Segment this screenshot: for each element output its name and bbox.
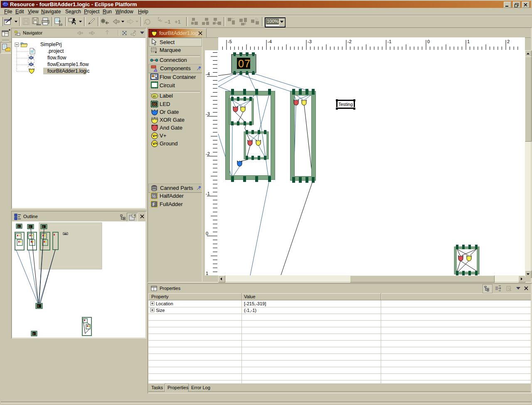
svg-text:-2: -2 — [206, 151, 210, 156]
svg-text:0: 0 — [427, 39, 430, 44]
svg-text:V: V — [153, 142, 155, 146]
svg-text:1: 1 — [206, 271, 208, 275]
svg-text:-1: -1 — [206, 191, 210, 196]
svg-text:-3: -3 — [206, 111, 210, 116]
svg-text:07: 07 — [238, 58, 251, 69]
svg-text:Size: Size — [156, 308, 165, 313]
svg-text:Testing: Testing — [338, 102, 353, 107]
svg-text:F: F — [153, 202, 155, 207]
svg-text:2: 2 — [507, 39, 510, 44]
svg-text:½: ½ — [152, 194, 156, 199]
svg-text:flow.flow: flow.flow — [47, 55, 66, 61]
svg-text:10: 10 — [59, 23, 62, 26]
svg-text:V+: V+ — [153, 134, 157, 138]
svg-text:-1: -1 — [387, 39, 392, 44]
svg-text:[-215,-319]: [-215,-319] — [244, 301, 266, 306]
svg-text:-5: -5 — [228, 39, 232, 44]
svg-text:-3: -3 — [308, 39, 312, 44]
svg-text:0: 0 — [206, 231, 208, 236]
svg-text:.project: .project — [47, 48, 64, 54]
svg-text:SimplePrj: SimplePrj — [40, 42, 62, 47]
svg-text:Location: Location — [156, 301, 173, 306]
svg-text:-2: -2 — [347, 39, 352, 44]
svg-text:flowExample1.flow: flowExample1.flow — [47, 61, 89, 67]
svg-text:1: 1 — [467, 39, 470, 44]
svg-text:fourBitAdder1.logic: fourBitAdder1.logic — [47, 68, 89, 74]
svg-text:00: 00 — [152, 102, 156, 106]
svg-text:ab: ab — [153, 95, 156, 98]
svg-text:-4: -4 — [206, 71, 210, 76]
svg-text:(-1,-1): (-1,-1) — [244, 308, 256, 313]
svg-text:-4: -4 — [268, 39, 272, 44]
